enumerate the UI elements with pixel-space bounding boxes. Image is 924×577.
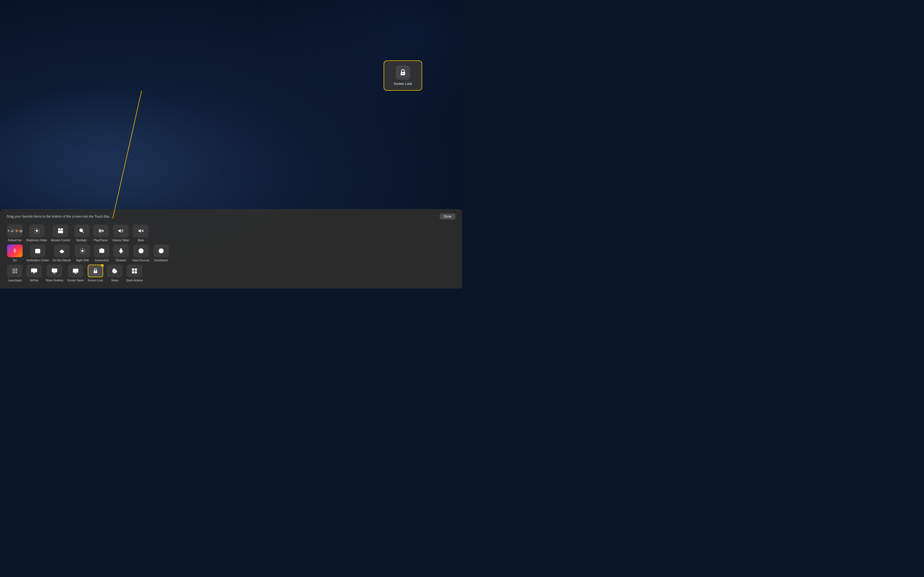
tb-item-default-set[interactable]: ☀ 🔊 🔕 ⬤ Default Set (7, 224, 23, 242)
tb-label-sleep: Sleep (111, 279, 118, 282)
tb-label-dashboard: Dashboard (154, 259, 168, 262)
tb-label-brightness: Brightness Slider (26, 239, 47, 242)
tb-item-wrapper-screen-lock: Screen Lock (88, 264, 103, 282)
tb-icon-default-set: ☀ 🔊 🔕 ⬤ (7, 224, 23, 237)
tb-icon-play-pause (93, 224, 108, 237)
tb-item-volume-slider[interactable]: Volume Slider (113, 224, 129, 242)
screen-lock-yellow-dot (101, 264, 104, 267)
svg-rect-32 (16, 270, 17, 271)
tb-label-default-set: Default Set (8, 239, 21, 242)
tb-icon-quick-actions (127, 264, 142, 277)
tb-item-spotlight[interactable]: Spotlight (74, 224, 89, 242)
tb-label-quick-actions: Quick Actions (126, 279, 143, 282)
tb-label-volume: Volume Slider (113, 239, 129, 242)
touchbar-panel: Drag your favorite items to the bottom o… (0, 209, 462, 288)
tb-label-siri: Siri (13, 259, 17, 262)
tb-item-sleep[interactable]: Sleep (107, 264, 123, 282)
screen-lock-popup-icon (396, 65, 410, 80)
tb-label-airplay: AirPlay (30, 279, 39, 282)
tb-item-brightness-slider[interactable]: Brightness Slider (26, 224, 47, 242)
tb-item-airplay[interactable]: AirPlay (26, 264, 42, 282)
tb-icon-mute (133, 224, 149, 237)
svg-point-3 (36, 230, 38, 232)
svg-rect-31 (14, 270, 15, 271)
svg-rect-4 (58, 229, 60, 230)
tb-label-mission-control: Mission Control (51, 239, 70, 242)
tb-label-dictation: Dictation (115, 259, 126, 262)
svg-rect-19 (36, 249, 40, 253)
tb-item-input-sources[interactable]: Input Sources (132, 245, 150, 262)
tb-icon-night-shift (75, 245, 90, 257)
svg-marker-13 (139, 229, 141, 233)
svg-rect-46 (135, 269, 137, 270)
tb-label-screen-saver: Screen Saver (67, 279, 84, 282)
tb-label-spotlight: Spotlight (76, 239, 87, 242)
tb-label-dnd: Do Not Disturb (53, 259, 71, 262)
tb-icon-mission-control (53, 224, 68, 237)
tb-icon-input-sources (133, 245, 149, 257)
tb-label-input-sources: Input Sources (132, 259, 150, 262)
tb-icon-sleep (107, 264, 123, 277)
tb-item-screen-saver[interactable]: Screen Saver (67, 264, 84, 282)
svg-rect-35 (16, 272, 17, 273)
tb-item-night-shift[interactable]: Night Shift (75, 245, 90, 262)
tb-label-notification: Notification Center (26, 259, 49, 262)
tb-icon-siri: 🎙 (7, 245, 23, 257)
tb-label-mute: Mute (138, 239, 144, 242)
tb-icon-spotlight (74, 224, 89, 237)
tb-item-mute[interactable]: Mute (133, 224, 149, 242)
screen-lock-popup: Screen Lock (384, 60, 422, 91)
svg-rect-47 (132, 271, 134, 273)
tb-icon-dictation (113, 245, 129, 257)
tb-item-dashboard[interactable]: Dashboard (153, 245, 169, 262)
screen-lock-popup-label: Screen Lock (394, 82, 412, 86)
svg-rect-34 (14, 272, 15, 273)
tb-item-quick-actions[interactable]: Quick Actions (126, 264, 143, 282)
done-button[interactable]: Done (440, 213, 456, 219)
svg-rect-27 (13, 269, 14, 270)
tb-icon-notification (30, 245, 45, 257)
svg-point-44 (95, 271, 96, 272)
svg-rect-9 (99, 229, 100, 232)
tb-icon-screen-lock (88, 264, 103, 277)
touchbar-header: Drag your favorite items to the bottom o… (5, 213, 457, 219)
tb-item-show-desktop[interactable]: Show Desktop (46, 264, 63, 282)
lock-icon (399, 68, 407, 77)
tb-item-dictation[interactable]: Dictation (113, 245, 129, 262)
svg-rect-45 (132, 269, 134, 270)
tb-item-siri[interactable]: 🎙 Siri (7, 245, 23, 262)
tb-icon-dnd (54, 245, 69, 257)
tb-icon-dashboard (153, 245, 169, 257)
tb-label-show-desktop: Show Desktop (46, 279, 63, 282)
svg-point-2 (402, 73, 404, 74)
tb-item-do-not-disturb[interactable]: Do Not Disturb (53, 245, 71, 262)
tb-item-notification-center[interactable]: Notification Center (26, 245, 49, 262)
svg-rect-30 (13, 270, 14, 271)
tb-icon-show-desktop (47, 264, 62, 277)
tb-label-screenshot: Screenshot (95, 259, 109, 262)
svg-marker-11 (102, 229, 104, 232)
svg-rect-33 (13, 272, 14, 273)
tb-item-screenshot[interactable]: Screenshot (94, 245, 110, 262)
svg-point-20 (81, 250, 83, 252)
tb-item-launchpad[interactable]: Launchpad (7, 264, 23, 282)
svg-rect-29 (16, 269, 17, 270)
svg-rect-37 (52, 269, 57, 272)
tb-item-play-pause[interactable]: Play/Pause (93, 224, 108, 242)
svg-line-8 (82, 231, 84, 233)
svg-rect-5 (61, 229, 63, 230)
tb-label-screen-lock: Screen Lock (88, 279, 103, 282)
tb-item-screen-lock[interactable]: Screen Lock (88, 264, 103, 282)
svg-rect-28 (14, 269, 15, 270)
svg-rect-6 (58, 230, 63, 233)
svg-marker-12 (118, 229, 121, 233)
tb-label-play-pause: Play/Pause (94, 239, 108, 242)
tb-icon-volume (113, 224, 128, 237)
tb-icon-screenshot (94, 245, 110, 257)
svg-rect-10 (100, 229, 102, 232)
tb-icon-brightness (29, 224, 45, 237)
tb-item-mission-control[interactable]: Mission Control (51, 224, 70, 242)
tb-label-launchpad: Launchpad (8, 279, 22, 282)
tb-icon-screen-saver (68, 264, 83, 277)
tb-icon-launchpad (7, 264, 23, 277)
